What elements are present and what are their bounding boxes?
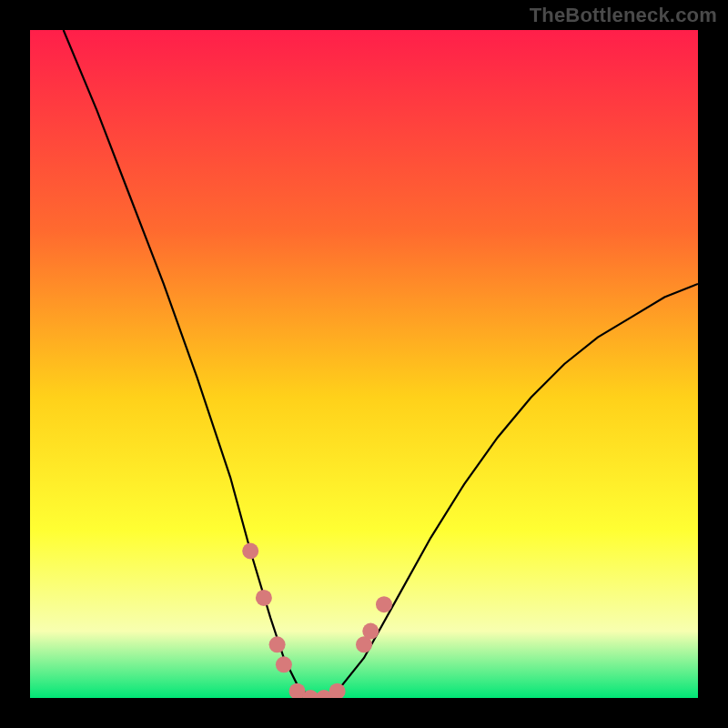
marker-dot <box>276 656 292 672</box>
plot-area <box>30 30 698 698</box>
plot-svg <box>30 30 698 698</box>
marker-dot <box>376 596 392 612</box>
marker-dot <box>256 590 272 606</box>
marker-dot <box>269 636 286 652</box>
watermark-text: TheBottleneck.com <box>530 4 717 27</box>
marker-dot <box>362 623 379 640</box>
gradient-background <box>30 30 698 698</box>
chart-frame: TheBottleneck.com <box>0 0 728 728</box>
marker-dot <box>242 543 258 560</box>
